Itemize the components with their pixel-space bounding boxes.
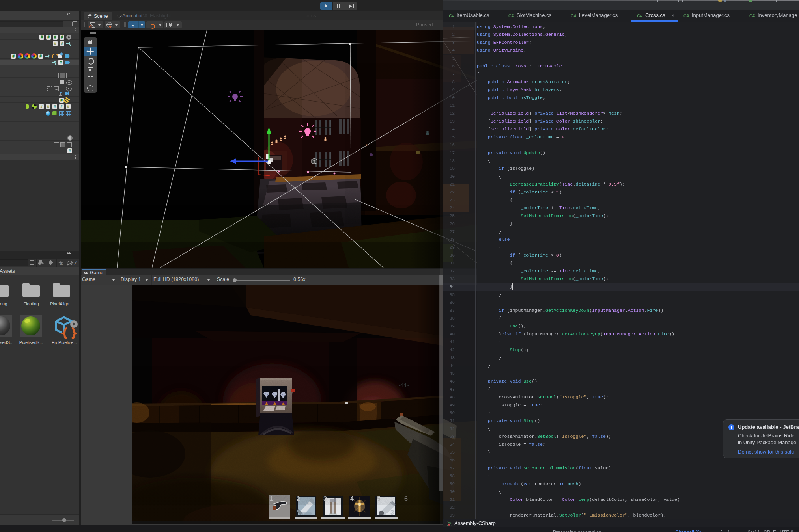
svg-text:2: 2 bbox=[297, 495, 300, 502]
svg-text:5: 5 bbox=[377, 495, 381, 502]
svg-text:3: 3 bbox=[323, 495, 327, 502]
svg-text:4: 4 bbox=[350, 495, 354, 502]
svg-text:1: 1 bbox=[269, 495, 273, 502]
svg-text:6: 6 bbox=[404, 495, 408, 502]
svg-text:3: 3 bbox=[390, 509, 394, 516]
